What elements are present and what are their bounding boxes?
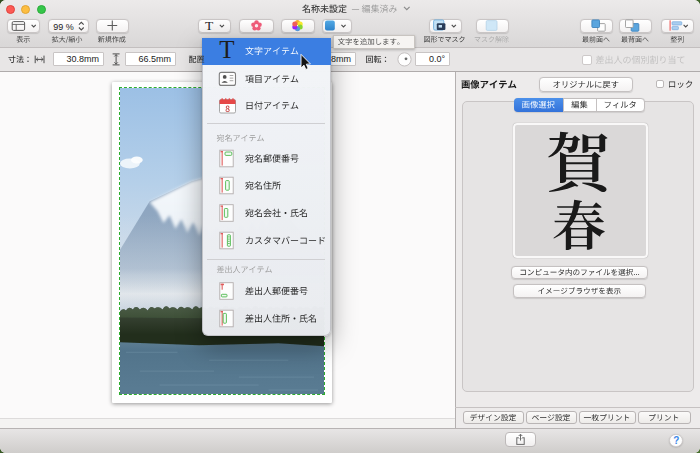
svg-text:T: T	[205, 18, 214, 33]
svg-text:T: T	[219, 36, 234, 63]
svg-text:?: ?	[673, 435, 679, 446]
